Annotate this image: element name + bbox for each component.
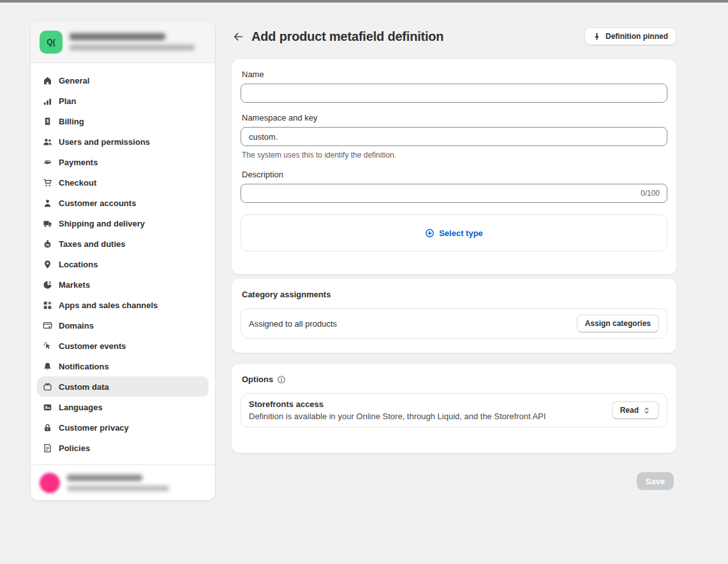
select-type-box: Select type (241, 214, 667, 251)
sidebar-item-label: Billing (59, 117, 84, 126)
sidebar-item-label: Customer events (59, 341, 126, 351)
sidebar-item-label: Apps and sales channels (59, 301, 158, 310)
truck-icon (43, 219, 52, 228)
updown-chevrons-icon (643, 406, 651, 415)
policies-icon (43, 443, 52, 453)
sidebar-item-label: Domains (59, 321, 94, 330)
sidebar-item-label: Policies (59, 443, 90, 453)
definition-pinned-button[interactable]: Definition pinned (584, 27, 676, 45)
billing-icon (43, 117, 52, 126)
custom-data-icon (43, 382, 52, 392)
user-avatar (40, 473, 60, 493)
sidebar-item-label: Languages (59, 403, 103, 412)
name-input[interactable] (241, 84, 667, 103)
store-switcher[interactable]: Q( (31, 21, 215, 63)
sidebar-item-label: Custom data (59, 382, 109, 392)
sidebar-item-label: Customer privacy (59, 423, 129, 433)
location-icon (43, 260, 52, 269)
sidebar-item-label: Users and permissions (59, 137, 150, 147)
category-assignment-row: Assigned to all products Assign categori… (241, 308, 667, 339)
store-name-redacted (70, 33, 165, 40)
lock-icon (43, 423, 52, 433)
namespace-key-label: Namespace and key (242, 113, 667, 122)
storefronts-access-select[interactable]: Read (612, 401, 659, 419)
sidebar-item-label: Taxes and duties (59, 239, 126, 249)
assign-categories-label: Assign categories (585, 319, 651, 328)
events-icon (43, 341, 52, 351)
sidebar-item-label: Payments (59, 158, 98, 167)
sidebar-item-notifications[interactable]: Notifications (37, 356, 209, 376)
plus-circle-icon (425, 228, 435, 238)
sidebar-item-customer-accounts[interactable]: Customer accounts (37, 193, 209, 213)
sidebar-nav: General Plan Billing Users and permissio… (31, 63, 215, 464)
payments-icon (43, 158, 52, 167)
sidebar-item-label: Shipping and delivery (59, 219, 145, 228)
sidebar-item-label: Customer accounts (59, 198, 136, 208)
user-account[interactable] (31, 464, 215, 500)
sidebar-item-custom-data[interactable]: Custom data (37, 376, 209, 397)
sidebar-item-label: Markets (59, 280, 90, 290)
top-progress-strip (0, 0, 728, 3)
sidebar-item-users-and-permissions[interactable]: Users and permissions (37, 131, 209, 152)
users-icon (43, 137, 52, 147)
sidebar-item-taxes-and-duties[interactable]: Taxes and duties (37, 234, 209, 254)
options-card: Options Storefronts access Definition is… (232, 364, 676, 453)
storefronts-access-row: Storefronts access Definition is availab… (241, 393, 667, 427)
domains-icon (43, 321, 52, 330)
sidebar-item-domains[interactable]: Domains (37, 315, 209, 336)
sidebar-item-locations[interactable]: Locations (37, 254, 209, 274)
sidebar-item-languages[interactable]: Languages (37, 397, 209, 417)
page-header: Add product metafield definition Definit… (230, 27, 676, 46)
home-icon (43, 76, 52, 85)
sidebar-item-label: General (59, 76, 89, 85)
user-email-redacted (67, 486, 169, 491)
storefronts-access-title: Storefronts access (249, 399, 612, 409)
namespace-help-text: The system uses this to identify the def… (242, 151, 667, 160)
description-label: Description (242, 170, 667, 179)
sidebar-item-billing[interactable]: Billing (37, 111, 209, 131)
sidebar-item-apps-and-sales-channels[interactable]: Apps and sales channels (37, 295, 209, 315)
select-type-label: Select type (439, 228, 483, 238)
settings-sidebar: Q( General Plan Billing Users and permis… (31, 21, 215, 500)
person-icon (43, 198, 52, 208)
bell-icon (43, 362, 52, 371)
save-button[interactable]: Save (637, 472, 674, 490)
options-title-row: Options (242, 375, 667, 384)
arrow-left-icon (233, 31, 244, 42)
sidebar-item-payments[interactable]: Payments (37, 152, 209, 172)
sidebar-item-shipping-and-delivery[interactable]: Shipping and delivery (37, 213, 209, 234)
sidebar-item-customer-privacy[interactable]: Customer privacy (37, 417, 209, 438)
assign-categories-button[interactable]: Assign categories (577, 315, 659, 332)
sidebar-item-customer-events[interactable]: Customer events (37, 336, 209, 356)
storefronts-access-description: Definition is available in your Online S… (249, 412, 612, 421)
plan-icon (43, 96, 52, 106)
name-label: Name (242, 70, 667, 79)
user-name-redacted (67, 475, 142, 481)
info-icon[interactable] (277, 375, 286, 384)
sidebar-item-markets[interactable]: Markets (37, 274, 209, 295)
options-title: Options (242, 375, 273, 384)
sidebar-item-label: Checkout (59, 178, 96, 188)
category-assignments-card: Category assignments Assigned to all pro… (232, 279, 676, 353)
description-input[interactable] (241, 184, 667, 203)
sidebar-item-label: Notifications (59, 362, 109, 371)
namespace-key-input[interactable] (241, 127, 667, 146)
pushpin-icon (593, 33, 601, 41)
category-status-text: Assigned to all products (249, 319, 577, 329)
sidebar-item-general[interactable]: General (37, 70, 209, 91)
cart-icon (43, 178, 52, 188)
page-title: Add product metafield definition (251, 29, 443, 44)
markets-icon (43, 280, 52, 290)
apps-icon (43, 301, 52, 310)
storefronts-access-value: Read (620, 406, 639, 415)
sidebar-item-policies[interactable]: Policies (37, 438, 209, 458)
back-button[interactable] (230, 28, 246, 45)
definition-form-card: Name Namespace and key The system uses t… (232, 59, 676, 274)
select-type-button[interactable]: Select type (425, 228, 483, 238)
definition-pinned-label: Definition pinned (605, 32, 668, 41)
sidebar-item-checkout[interactable]: Checkout (37, 172, 209, 193)
sidebar-item-plan[interactable]: Plan (37, 91, 209, 111)
description-char-counter: 0/100 (641, 189, 660, 198)
sidebar-item-label: Plan (59, 96, 76, 106)
category-assignments-title: Category assignments (242, 290, 667, 299)
